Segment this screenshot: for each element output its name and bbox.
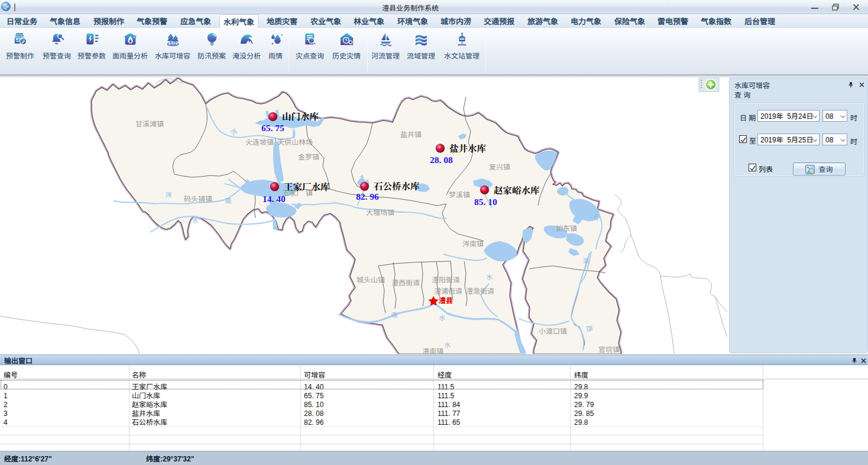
svg-text:天供山林场: 天供山林场 [277, 136, 313, 147]
svg-text:城头山镇: 城头山镇 [357, 274, 385, 284]
svg-text:火连坡镇: 火连坡镇 [245, 136, 274, 147]
svg-text:82. 96: 82. 96 [356, 191, 379, 201]
svg-text:石公桥水库: 石公桥水库 [374, 179, 420, 192]
svg-text:赵家峪水库: 赵家峪水库 [494, 183, 540, 196]
svg-text:盐井镇: 盐井镇 [400, 129, 422, 139]
svg-text:澧浦街道: 澧浦街道 [434, 285, 462, 295]
svg-text:14. 40: 14. 40 [263, 194, 286, 204]
svg-text:28. 08: 28. 08 [430, 155, 453, 165]
svg-text:涔: 涔 [166, 190, 172, 199]
svg-text:65. 75: 65. 75 [261, 123, 284, 133]
svg-text:水: 水 [192, 215, 199, 225]
svg-text:复兴镇: 复兴镇 [489, 161, 510, 171]
svg-text:盐井水库: 盐井水库 [449, 141, 487, 154]
svg-text:大堰垱镇: 大堰垱镇 [366, 207, 394, 217]
svg-text:南: 南 [225, 196, 232, 205]
svg-text:水: 水 [445, 340, 451, 349]
svg-text:小渡口镇: 小渡口镇 [539, 326, 567, 336]
svg-text:澧阳街道: 澧阳街道 [432, 274, 460, 284]
svg-text:澧西街道: 澧西街道 [391, 277, 420, 287]
svg-text:王家厂水库: 王家厂水库 [284, 180, 330, 193]
svg-text:梦溪镇: 梦溪镇 [449, 189, 470, 199]
svg-text:金罗镇: 金罗镇 [298, 151, 319, 161]
svg-text:水: 水 [487, 272, 493, 281]
svg-text:官垸镇: 官垸镇 [598, 344, 620, 354]
svg-text:码头铺镇: 码头铺镇 [184, 193, 212, 203]
svg-text:水: 水 [439, 313, 446, 322]
svg-text:涔南镇: 涔南镇 [462, 238, 484, 248]
svg-text:澧澹街道: 澧澹街道 [466, 285, 494, 295]
svg-text:滋: 滋 [583, 255, 590, 265]
svg-text:澧南镇: 澧南镇 [422, 346, 443, 354]
svg-text:澧县: 澧县 [439, 295, 453, 305]
svg-text:甘溪滩镇: 甘溪滩镇 [135, 118, 164, 128]
svg-text:澹: 澹 [391, 310, 398, 319]
svg-text:如东镇: 如东镇 [556, 223, 577, 233]
svg-text:85. 10: 85. 10 [474, 197, 497, 207]
svg-text:山门水库: 山门水库 [282, 109, 319, 122]
